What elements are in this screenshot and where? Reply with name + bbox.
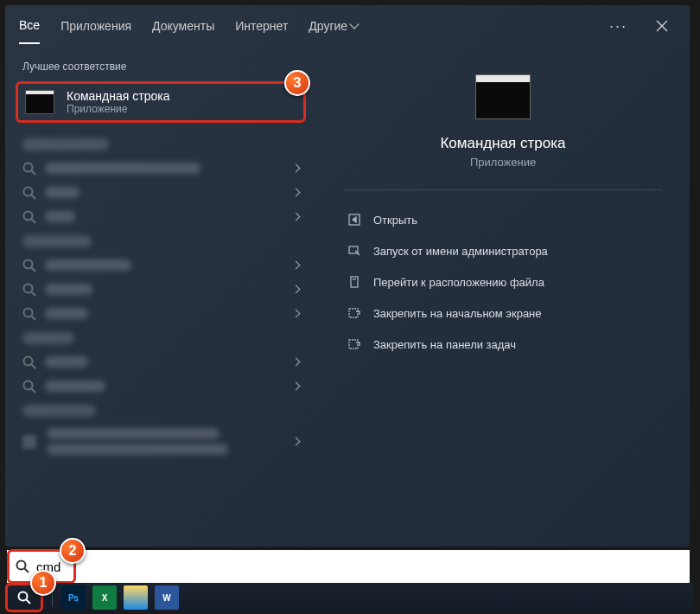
taskbar-explorer-icon[interactable]	[124, 585, 148, 610]
list-item[interactable]	[22, 374, 299, 398]
admin-icon	[347, 244, 361, 258]
close-button[interactable]	[648, 12, 676, 40]
action-list: Открыть Запуск от имени администратора П…	[344, 204, 662, 360]
list-item[interactable]	[22, 156, 299, 180]
chevron-down-icon	[349, 19, 359, 29]
svg-rect-22	[349, 309, 358, 317]
list-item[interactable]	[22, 349, 299, 374]
search-input[interactable]	[36, 560, 681, 574]
windows-search-panel: Все Приложения Документы Интернет Другие…	[5, 5, 690, 547]
taskbar-search-button[interactable]: 1	[5, 583, 43, 612]
svg-point-16	[24, 381, 33, 390]
search-content: Лучшее соответствие Командная строка При…	[5, 47, 690, 547]
blurred-results	[5, 128, 316, 464]
more-button[interactable]: ···	[609, 17, 627, 35]
svg-point-24	[17, 561, 26, 570]
action-pin-taskbar[interactable]: Закрепить на панели задач	[344, 329, 662, 360]
action-open[interactable]: Открыть	[344, 204, 662, 235]
cmd-icon	[25, 90, 54, 114]
svg-rect-20	[351, 277, 358, 287]
pin-taskbar-icon	[347, 337, 361, 351]
svg-line-9	[32, 268, 36, 272]
action-pin-start[interactable]: Закрепить на начальном экране	[344, 297, 662, 329]
open-icon	[347, 213, 361, 227]
divider	[344, 189, 662, 190]
svg-point-6	[24, 212, 33, 221]
best-match-label: Лучшее соответствие	[5, 54, 316, 80]
taskbar: 1 Ps X W	[5, 583, 693, 612]
search-bar[interactable]	[7, 550, 690, 583]
svg-line-3	[32, 171, 36, 176]
list-item[interactable]	[22, 180, 299, 204]
search-tabs: Все Приложения Документы Интернет Другие…	[5, 5, 690, 47]
list-item[interactable]	[22, 301, 299, 325]
svg-line-17	[32, 389, 36, 393]
svg-line-7	[32, 220, 36, 224]
callout-badge-3: 3	[284, 70, 310, 96]
tab-internet[interactable]: Интернет	[235, 9, 288, 43]
list-item[interactable]	[22, 204, 299, 228]
svg-point-4	[24, 188, 33, 196]
callout-badge-1: 1	[30, 570, 56, 596]
action-open-location[interactable]: Перейти к расположению файла	[344, 266, 662, 297]
best-match-result[interactable]: Командная строка Приложение 3	[16, 81, 306, 123]
svg-line-5	[32, 195, 36, 200]
list-item[interactable]	[22, 277, 299, 301]
result-title: Командная строка	[67, 89, 169, 103]
tab-all[interactable]: Все	[19, 8, 40, 44]
svg-line-15	[32, 365, 36, 369]
preview-subtitle: Приложение	[470, 156, 536, 169]
svg-rect-23	[349, 340, 358, 349]
preview-app-icon	[475, 74, 531, 119]
svg-point-10	[24, 285, 33, 293]
search-icon	[16, 560, 29, 573]
svg-line-27	[27, 600, 31, 604]
svg-point-14	[24, 357, 33, 366]
list-item[interactable]	[22, 422, 299, 461]
svg-point-12	[24, 309, 33, 317]
taskbar-excel-icon[interactable]: X	[92, 585, 117, 610]
svg-point-8	[24, 260, 33, 269]
tab-documents[interactable]: Документы	[152, 9, 214, 43]
preview-column: Командная строка Приложение Открыть Запу…	[316, 47, 690, 547]
svg-point-26	[19, 592, 28, 601]
svg-line-25	[25, 569, 29, 573]
tab-other[interactable]: Другие	[309, 9, 358, 43]
result-subtitle: Приложение	[67, 103, 169, 115]
svg-line-13	[32, 317, 36, 321]
results-column: Лучшее соответствие Командная строка При…	[5, 47, 316, 547]
preview-title: Командная строка	[440, 135, 565, 152]
action-run-admin[interactable]: Запуск от имени администратора	[344, 235, 662, 266]
taskbar-photoshop-icon[interactable]: Ps	[61, 585, 86, 610]
folder-icon	[347, 275, 361, 289]
svg-point-2	[24, 163, 33, 172]
svg-line-11	[32, 292, 36, 297]
pin-start-icon	[347, 306, 361, 320]
tab-apps[interactable]: Приложения	[60, 9, 131, 43]
taskbar-word-icon[interactable]: W	[155, 585, 179, 610]
list-item[interactable]	[22, 253, 299, 277]
